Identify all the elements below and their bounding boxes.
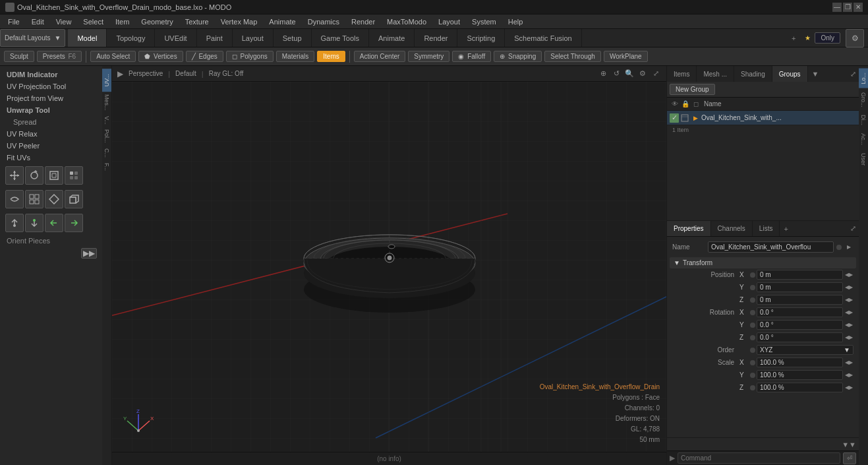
scale-y-dot[interactable] xyxy=(750,373,755,378)
auto-select-button[interactable]: Auto Select xyxy=(90,51,136,62)
position-x-value[interactable]: 0 m xyxy=(757,270,843,280)
menu-system[interactable]: System xyxy=(467,16,502,27)
props-tab-channels[interactable]: Channels xyxy=(711,221,753,236)
side-tab-f[interactable]: F... xyxy=(103,160,111,173)
group-expand-icon[interactable]: ▶ xyxy=(691,113,700,123)
scale-y-value[interactable]: 100.0 % xyxy=(757,370,843,380)
rotation-z-value[interactable]: 0.0 ° xyxy=(757,332,843,342)
viewport-menu-icon[interactable]: ▶ xyxy=(117,69,123,78)
right-tab-items[interactable]: Items xyxy=(667,66,697,82)
minimize-button[interactable]: — xyxy=(832,3,842,12)
scale-y-arrow[interactable]: ◀▶ xyxy=(844,371,854,380)
tool-icon-move[interactable] xyxy=(5,166,24,185)
udim-indicator-item[interactable]: UDIM Indicator xyxy=(3,69,100,80)
menu-geometry[interactable]: Geometry xyxy=(136,16,178,27)
symmetry-button[interactable]: Symmetry xyxy=(408,51,449,62)
tool-icon-scale[interactable] xyxy=(45,166,63,185)
polygons-button[interactable]: ◻ Polygons xyxy=(226,51,274,62)
select-through-button[interactable]: Select Through xyxy=(544,51,601,62)
props-tab-lists[interactable]: Lists xyxy=(753,221,780,236)
materials-button[interactable]: Materials xyxy=(276,51,315,62)
uv-peeler-item[interactable]: UV Peeler xyxy=(3,140,100,152)
side-tab-mesh[interactable]: Mes... xyxy=(103,92,111,113)
add-tab-button[interactable]: + xyxy=(785,34,802,42)
settings-icon[interactable]: ⚙ xyxy=(846,29,864,47)
menu-maxtomodo[interactable]: MaxToModo xyxy=(382,16,432,27)
menu-help[interactable]: Help xyxy=(503,16,529,27)
tab-uvedit[interactable]: UVEdit xyxy=(155,29,196,47)
rside-tab-gro[interactable]: Gro... xyxy=(859,88,867,111)
tab-render[interactable]: Render xyxy=(415,29,457,47)
fit-uvs-item[interactable]: Fit UVs xyxy=(3,152,100,164)
tab-layout[interactable]: Layout xyxy=(233,29,274,47)
right-tab-groups[interactable]: Groups xyxy=(772,66,808,82)
command-input[interactable] xyxy=(678,452,840,464)
side-tab-uv[interactable]: UV... xyxy=(102,69,111,92)
viewport[interactable]: Oval_Kitchen_Sink_with_Overflow_Drain Po… xyxy=(112,82,666,452)
action-center-button[interactable]: Action Center xyxy=(354,51,406,62)
menu-layout[interactable]: Layout xyxy=(433,16,465,27)
rot-y-arrow[interactable]: ◀▶ xyxy=(844,321,854,330)
only-button[interactable]: Only xyxy=(815,32,840,44)
pos-y-dot[interactable] xyxy=(750,285,755,290)
menu-vertex-map[interactable]: Vertex Map xyxy=(216,16,263,27)
group-row-0[interactable]: ✓ ▶ Oval_Kitchen_Sink_with_... xyxy=(667,111,859,125)
workplane-button[interactable]: WorkPlane xyxy=(604,51,648,62)
right-tab-arrow[interactable]: ▼ xyxy=(808,66,823,82)
right-tab-mesh[interactable]: Mesh ... xyxy=(697,66,734,82)
pos-y-arrow[interactable]: ◀▶ xyxy=(844,283,854,292)
viewport-settings-icon[interactable]: ⚙ xyxy=(637,69,648,79)
side-tab-v[interactable]: V... xyxy=(103,113,111,127)
menu-dynamics[interactable]: Dynamics xyxy=(303,16,345,27)
scroll-down-icon[interactable]: ▼▼ xyxy=(842,441,856,449)
menu-view[interactable]: View xyxy=(51,16,77,27)
tool-icon-right[interactable] xyxy=(65,214,83,232)
orient-pieces-item[interactable]: Orient Pieces xyxy=(3,235,100,247)
side-tab-pol[interactable]: Pol... xyxy=(103,127,111,146)
rotation-y-value[interactable]: 0.0 ° xyxy=(757,320,843,330)
tool-icon-up[interactable] xyxy=(5,214,24,232)
right-panel-expand[interactable]: ⤢ xyxy=(848,66,859,82)
transform-header[interactable]: ▼ Transform xyxy=(670,257,856,268)
right-tab-shading[interactable]: Shading xyxy=(734,66,772,82)
rot-y-dot[interactable] xyxy=(750,323,755,328)
side-tab-c[interactable]: C... xyxy=(103,146,111,160)
rside-tab-user[interactable]: User xyxy=(859,149,867,170)
pos-z-dot[interactable] xyxy=(750,297,755,303)
menu-item[interactable]: Item xyxy=(110,16,134,27)
tab-schematic[interactable]: Schematic Fusion xyxy=(505,29,581,47)
tool-icon-transform[interactable] xyxy=(65,166,83,185)
scale-x-dot[interactable] xyxy=(750,360,755,365)
uv-relax-item[interactable]: UV Relax xyxy=(3,128,100,140)
project-from-view-item[interactable]: Project from View xyxy=(3,92,100,104)
rside-tab-lo[interactable]: Lo... xyxy=(859,69,868,88)
tab-model[interactable]: Model xyxy=(68,29,107,47)
viewport-expand-icon[interactable]: ⤢ xyxy=(651,69,661,79)
tab-scripting[interactable]: Scripting xyxy=(457,29,505,47)
rot-z-arrow[interactable]: ◀▶ xyxy=(844,333,854,342)
props-tab-plus[interactable]: + xyxy=(780,221,792,236)
edges-button[interactable]: ╱ Edges xyxy=(186,51,223,62)
scale-x-value[interactable]: 100.0 % xyxy=(757,357,843,367)
order-dot[interactable] xyxy=(750,348,755,353)
scale-z-arrow[interactable]: ◀▶ xyxy=(844,383,854,392)
command-submit-button[interactable]: ⏎ xyxy=(843,452,856,464)
tab-gametools[interactable]: Game Tools xyxy=(312,29,370,47)
unwrap-tool-item[interactable]: Unwrap Tool xyxy=(3,104,100,116)
scale-z-dot[interactable] xyxy=(750,385,755,390)
expand-icon[interactable]: ▶▶ xyxy=(81,248,97,259)
props-expand-icon[interactable]: ⤢ xyxy=(848,221,859,236)
maximize-button[interactable]: ❐ xyxy=(843,3,852,12)
rside-tab-di[interactable]: Di... xyxy=(859,111,867,129)
name-field-dot[interactable] xyxy=(836,245,842,250)
tool-icon-loop[interactable] xyxy=(5,190,24,208)
tab-animate[interactable]: Animate xyxy=(369,29,415,47)
rot-x-arrow[interactable]: ◀▶ xyxy=(844,308,854,317)
rside-tab-ac[interactable]: Ac... xyxy=(859,129,867,149)
group-vis-icon[interactable]: ✓ xyxy=(670,113,679,123)
rotation-x-value[interactable]: 0.0 ° xyxy=(757,307,843,317)
scale-z-value[interactable]: 100.0 % xyxy=(757,383,843,392)
uv-projection-tool-item[interactable]: UV Projection Tool xyxy=(3,80,100,92)
items-button[interactable]: Items xyxy=(317,51,345,62)
viewport-refresh-icon[interactable]: ↺ xyxy=(611,69,622,79)
